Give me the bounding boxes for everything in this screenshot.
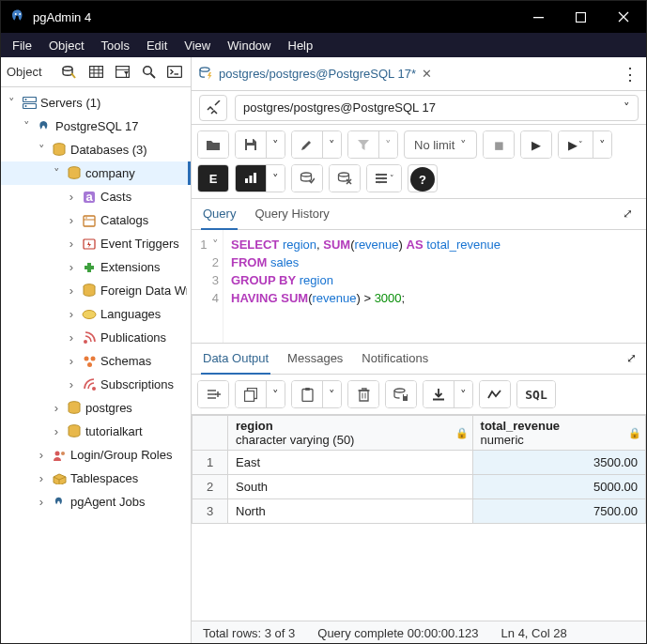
tree-subscriptions[interactable]: ›Subscriptions [1, 373, 191, 396]
tree-casts[interactable]: ›aCasts [1, 185, 191, 208]
chevron-down-icon[interactable]: ˅ [35, 144, 48, 157]
tab-query[interactable]: Query [201, 207, 238, 230]
explain-analyze-button[interactable] [236, 165, 266, 192]
tab-query-history[interactable]: Query History [253, 207, 331, 229]
chevron-right-icon[interactable]: › [65, 261, 78, 274]
chevron-right-icon[interactable]: › [65, 214, 78, 227]
chevron-right-icon[interactable]: › [65, 284, 78, 298]
sql-button[interactable]: SQL [517, 381, 555, 407]
tab-menu-icon[interactable]: ⋮ [622, 64, 639, 84]
chevron-right-icon[interactable]: › [35, 472, 48, 485]
tab-notifications[interactable]: Notifications [360, 351, 430, 374]
row-header-corner[interactable] [193, 416, 228, 451]
download-dropdown[interactable]: ˅ [454, 381, 472, 407]
filter-dropdown[interactable]: ˅ [378, 131, 397, 158]
menu-view[interactable]: View [177, 36, 218, 55]
rollback-button[interactable] [330, 165, 360, 192]
filter-button[interactable] [348, 131, 378, 158]
chevron-right-icon[interactable]: › [50, 402, 63, 415]
commit-button[interactable] [292, 165, 322, 192]
chevron-right-icon[interactable]: › [35, 496, 48, 509]
chevron-down-icon[interactable]: ˅ [5, 97, 18, 110]
tab-data-output[interactable]: Data Output [201, 351, 270, 375]
execute-options-button[interactable]: ▶˅ [559, 131, 593, 158]
menu-edit[interactable]: Edit [139, 36, 175, 55]
col-header-total[interactable]: total_revenuenumeric🔒 [472, 416, 645, 451]
menu-help[interactable]: Help [281, 36, 321, 55]
limit-select[interactable]: No limit˅ [405, 131, 476, 158]
table-row[interactable]: 3North7500.00 [193, 499, 646, 524]
sql-editor[interactable]: 1 ˅234 SELECT region, SUM(revenue) AS to… [192, 230, 646, 343]
filter-rows-icon[interactable] [110, 61, 134, 84]
chevron-right-icon[interactable]: › [65, 308, 78, 321]
tree-postgres[interactable]: ›postgres [1, 396, 191, 420]
macros-button[interactable]: ˅ [367, 165, 401, 192]
tree-login-roles[interactable]: ›Login/Group Roles [1, 443, 191, 467]
delete-row-button[interactable] [348, 381, 378, 407]
add-row-button[interactable] [198, 381, 228, 407]
connection-status-icon[interactable] [199, 95, 227, 121]
save-dropdown[interactable]: ˅ [266, 131, 285, 158]
menu-object[interactable]: Object [41, 36, 92, 55]
tree-catalogs[interactable]: ›Catalogs [1, 208, 191, 232]
tab-messages[interactable]: Messages [285, 351, 345, 374]
tree-fdw[interactable]: ›Foreign Data Wrappers [1, 279, 191, 302]
chevron-right-icon[interactable]: › [65, 191, 78, 204]
execute-dropdown[interactable]: ˅ [593, 131, 611, 158]
menu-file[interactable]: File [5, 36, 39, 55]
tree-languages[interactable]: ›Languages [1, 302, 191, 326]
chevron-right-icon[interactable]: › [65, 331, 78, 345]
tree-pg17[interactable]: ˅PostgreSQL 17 [1, 115, 191, 138]
explain-button[interactable]: E [198, 165, 228, 192]
explain-dropdown[interactable]: ˅ [266, 165, 285, 192]
close-button[interactable] [602, 1, 644, 33]
expand-icon[interactable]: ⤢ [626, 351, 637, 374]
tree-extensions[interactable]: ›Extensions [1, 255, 191, 279]
tree-databases[interactable]: ˅Databases (3) [1, 138, 191, 161]
execute-button[interactable]: ▶ [521, 131, 551, 158]
fold-icon[interactable]: ˅ [210, 236, 219, 253]
tree-pgagent[interactable]: ›pgAgent Jobs [1, 490, 191, 514]
tree-publications[interactable]: ›Publications [1, 326, 191, 349]
table-row[interactable]: 2South5000.00 [193, 475, 646, 499]
copy-dropdown[interactable]: ˅ [266, 381, 285, 407]
maximize-button[interactable] [560, 1, 602, 33]
chevron-right-icon[interactable]: › [35, 449, 48, 462]
edit-dropdown[interactable]: ˅ [322, 131, 341, 158]
paste-button[interactable] [292, 381, 322, 407]
chevron-right-icon[interactable]: › [50, 425, 63, 438]
save-button[interactable] [236, 131, 266, 158]
chevron-down-icon[interactable]: ˅ [20, 120, 33, 133]
chevron-down-icon[interactable]: ˅ [50, 167, 63, 180]
paste-dropdown[interactable]: ˅ [322, 381, 341, 407]
result-grid[interactable]: regioncharacter varying (50)🔒 total_reve… [192, 415, 646, 524]
menu-tools[interactable]: Tools [94, 36, 137, 55]
table-row[interactable]: 1East3500.00 [193, 451, 646, 475]
query-tool-icon[interactable] [57, 61, 82, 84]
menu-window[interactable]: Window [220, 36, 278, 55]
chevron-right-icon[interactable]: › [65, 378, 78, 391]
tree-servers[interactable]: ˅Servers (1) [1, 91, 191, 115]
expand-icon[interactable]: ⤢ [619, 207, 637, 229]
open-file-button[interactable] [198, 131, 228, 158]
graph-visualizer-button[interactable] [480, 381, 510, 407]
editor-code[interactable]: SELECT region, SUM(revenue) AS total_rev… [223, 230, 508, 343]
psql-tool-icon[interactable] [162, 61, 187, 84]
tree-tutorialkart[interactable]: ›tutorialkart [1, 420, 191, 443]
save-data-button[interactable] [386, 381, 416, 407]
help-button[interactable]: ? [410, 167, 435, 192]
tree-event-triggers[interactable]: ›Event Triggers [1, 232, 191, 255]
tree-company[interactable]: ˅company [1, 161, 191, 185]
minimize-button[interactable] [517, 1, 560, 33]
connection-select[interactable]: postgres/postgres@PostgreSQL 17 ˅ [235, 95, 639, 121]
download-button[interactable] [424, 381, 454, 407]
chevron-right-icon[interactable]: › [65, 355, 78, 368]
query-tool-tab[interactable]: postgres/postgres@PostgreSQL 17* ✕ [199, 67, 432, 82]
search-objects-icon[interactable] [136, 61, 161, 84]
edit-button[interactable] [292, 131, 322, 158]
tree-schemas[interactable]: ›Schemas [1, 349, 191, 373]
chevron-right-icon[interactable]: › [65, 238, 78, 251]
copy-button[interactable] [236, 381, 266, 407]
tree-tablespaces[interactable]: ›Tablespaces [1, 467, 191, 490]
close-tab-icon[interactable]: ✕ [422, 67, 432, 81]
